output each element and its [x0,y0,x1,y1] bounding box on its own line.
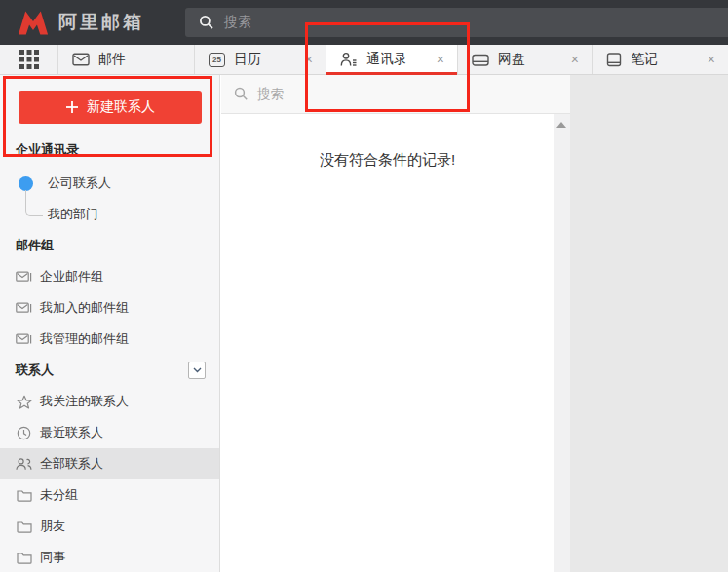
alimail-logo-icon [18,10,49,35]
mail-group-icon [16,300,32,317]
empty-state-message: 没有符合条件的记录! [221,151,554,170]
mail-group-icon [16,331,32,348]
item-label: 企业邮件组 [40,268,103,286]
sidebar-item-recent-contacts[interactable]: 最近联系人 [0,417,219,448]
topbar: 阿里邮箱 搜索 [0,0,728,45]
app-grid-button[interactable] [0,45,58,74]
enterprise-directory-heading: 企业通讯录 [16,136,79,164]
collapse-toggle-button[interactable] [188,362,206,379]
search-icon [199,15,214,30]
item-label: 我关注的联系人 [40,393,129,410]
sidebar-item-company-contacts[interactable]: 公司联系人 [48,170,111,197]
contacts-search-input[interactable]: 搜索 [221,75,570,114]
heading-label: 联系人 [16,362,54,379]
notebook-icon [606,53,622,67]
item-label: 全部联系人 [40,455,103,473]
grid-icon [19,49,40,70]
tab-label: 日历 [234,51,261,68]
scroll-up-icon[interactable] [556,122,566,128]
star-icon [16,394,32,410]
sidebar-list: 邮件组 企业邮件组 我加入的邮件组 [0,230,219,572]
detail-panel-empty [570,75,728,572]
calendar-badge: 25 [209,53,225,67]
close-icon[interactable]: × [705,53,718,66]
people-icon [16,456,32,473]
folder-icon [16,550,32,566]
brand-title: 阿里邮箱 [58,0,144,45]
calendar-icon: 25 [209,53,225,67]
clock-icon [16,425,32,441]
item-label: 我加入的邮件组 [40,299,129,317]
new-contact-button[interactable]: 新建联系人 [19,91,202,124]
item-label: 未分组 [40,486,78,504]
tab-label: 通讯录 [366,51,407,68]
tab-label: 网盘 [498,51,525,68]
global-search-placeholder: 搜索 [224,14,251,31]
contacts-heading: 联系人 [0,355,219,386]
sidebar-item-enterprise-mail-group[interactable]: 企业邮件组 [0,261,219,292]
tab-notes[interactable]: 笔记 × [593,45,728,74]
item-label: 我管理的邮件组 [40,330,129,348]
contacts-list-area: 没有符合条件的记录! [221,114,570,572]
tab-label: 邮件 [98,51,126,68]
sidebar-item-my-department[interactable]: 我的部门 [48,201,98,228]
contact-card-icon [340,52,358,67]
company-node-icon [19,176,33,191]
tab-drive[interactable]: 网盘 × [458,45,593,74]
contacts-search-placeholder: 搜索 [257,86,284,103]
close-icon[interactable]: × [568,53,582,66]
folder-icon [16,518,32,535]
mail-group-icon [16,269,32,286]
drive-icon [472,53,489,67]
item-label: 最近联系人 [40,424,103,441]
search-icon [234,87,249,101]
sidebar: 新建联系人 企业通讯录 公司联系人 我的部门 邮件组 企业邮件组 [0,75,220,572]
close-icon[interactable]: × [434,53,447,66]
tree-connector [25,190,43,216]
mail-groups-heading: 邮件组 [0,230,219,261]
chevron-down-icon [192,366,203,374]
sidebar-item-ungrouped[interactable]: 未分组 [0,479,219,511]
sidebar-item-colleagues[interactable]: 同事 [0,542,219,572]
tab-contacts[interactable]: 通讯录 × [326,45,458,74]
heading-label: 邮件组 [16,237,54,254]
tab-label: 笔记 [631,51,658,68]
tab-bar: 邮件 25 日历 × 通讯录 × [0,45,728,75]
plus-icon [65,100,79,114]
sidebar-item-all-contacts[interactable]: 全部联系人 [0,448,219,479]
app-window: 阿里邮箱 搜索 [0,0,728,572]
new-contact-label: 新建联系人 [87,98,155,116]
item-label: 朋友 [40,517,65,535]
sidebar-item-starred-contacts[interactable]: 我关注的联系人 [0,386,219,417]
envelope-icon [72,53,90,66]
folder-icon [16,487,32,504]
close-icon[interactable]: × [302,53,316,66]
sidebar-item-friends[interactable]: 朋友 [0,511,219,542]
item-label: 同事 [40,549,65,566]
sidebar-item-managed-mail-groups[interactable]: 我管理的邮件组 [0,324,219,355]
tab-mail[interactable]: 邮件 [58,45,195,74]
global-search-input[interactable]: 搜索 [185,8,728,37]
vertical-scrollbar[interactable] [554,114,570,572]
tab-calendar[interactable]: 25 日历 × [195,45,326,74]
sidebar-item-joined-mail-groups[interactable]: 我加入的邮件组 [0,292,219,324]
